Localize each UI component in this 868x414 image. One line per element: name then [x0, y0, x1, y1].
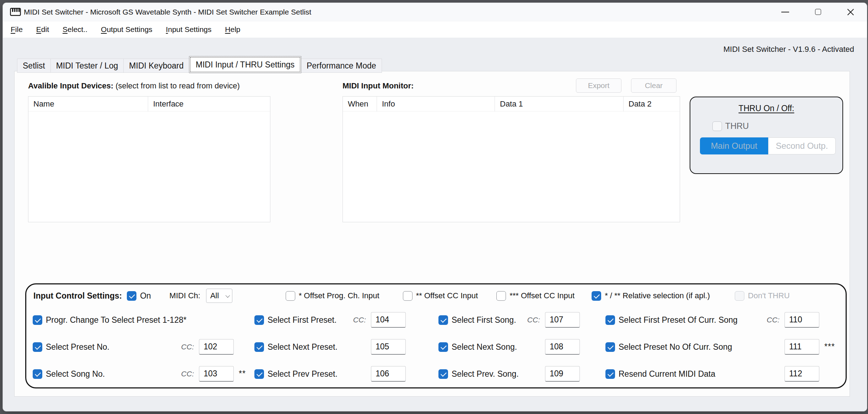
menu-edit-accesskey: E — [36, 25, 41, 33]
select-next-song-checkbox[interactable] — [438, 342, 448, 352]
setting-prog-change-select-preset: Progr. Change To Select Preset 1-128* — [33, 306, 254, 333]
cc-marker — [411, 339, 424, 342]
export-button[interactable]: Export — [576, 78, 621, 93]
resend-current-midi-data-cc-input[interactable] — [785, 366, 819, 382]
select-song-no-checkbox[interactable] — [33, 369, 42, 379]
thru-output-buttons: Main Output Second Outp. — [700, 137, 842, 154]
setting-select-first-song: Select First Song. CC: — [438, 306, 605, 333]
dont-thru-label: Don't THRU — [748, 291, 790, 300]
chevron-down-icon — [225, 293, 230, 298]
select-first-song-checkbox[interactable] — [438, 315, 448, 325]
menu-input-settings[interactable]: Input Settings — [166, 25, 211, 34]
tab-midi-tester-log[interactable]: MIDI Tester / Log — [50, 59, 124, 73]
offset-cc-3-label: *** Offset CC Input — [510, 291, 575, 300]
offset-prog-ch-checkbox[interactable] — [286, 291, 295, 301]
thru-checkbox[interactable] — [712, 121, 722, 131]
menu-help[interactable]: Help — [225, 25, 240, 34]
select-first-preset-curr-song-checkbox[interactable] — [605, 315, 615, 325]
relative-selection-checkbox[interactable] — [592, 291, 601, 301]
desktop-backdrop: { "window": { "title": "MIDI Set Switche… — [0, 0, 868, 414]
select-first-preset-cc-input[interactable] — [371, 312, 406, 328]
select-preset-no-curr-song-checkbox[interactable] — [605, 342, 615, 352]
setting-select-prev-song: Select Prev. Song. — [438, 360, 605, 387]
cc-marker: *** — [824, 339, 837, 352]
second-output-button[interactable]: Second Outp. — [768, 137, 836, 154]
select-prev-preset-cc-input[interactable] — [371, 366, 406, 382]
select-prev-preset-checkbox[interactable] — [254, 369, 264, 379]
clear-button[interactable]: Clear — [631, 78, 676, 93]
select-first-song-cc-input[interactable] — [545, 312, 580, 328]
midi-ch-value: All — [210, 291, 219, 300]
menu-select-label: elect.. — [68, 25, 87, 33]
menu-select[interactable]: Select.. — [63, 25, 87, 34]
offset-cc-2-label: ** Offset CC Input — [416, 291, 478, 300]
select-preset-no-cc-input[interactable] — [199, 339, 234, 355]
setting-label: Select Preset No. — [46, 342, 109, 352]
monitor-column-when[interactable]: When — [343, 97, 377, 111]
select-next-preset-cc-input[interactable] — [371, 339, 406, 355]
select-first-preset-checkbox[interactable] — [254, 315, 264, 325]
resend-current-midi-data-checkbox[interactable] — [605, 369, 615, 379]
tab-page-panel: Avalible Input Devices: (select from lis… — [14, 71, 850, 397]
on-checkbox[interactable] — [127, 291, 136, 301]
select-next-song-cc-input[interactable] — [545, 339, 580, 355]
option-offset-cc-input-2: ** Offset CC Input — [403, 291, 478, 301]
input-control-settings-group: Input Control Settings: On MIDI Ch: All … — [25, 283, 847, 388]
monitor-column-info[interactable]: Info — [377, 97, 495, 111]
close-icon — [847, 8, 854, 16]
tab-midi-input-thru-settings[interactable]: MIDI Input / THRU Settings — [189, 56, 301, 73]
thru-checkbox-label: THRU — [725, 121, 749, 131]
title-bar[interactable]: MIDI Set Switcher - Microsoft GS Wavetab… — [3, 3, 867, 21]
offset-cc-2-checkbox[interactable] — [403, 291, 413, 301]
offset-cc-3-checkbox[interactable] — [496, 291, 506, 301]
tab-midi-keyboard[interactable]: MIDI Keyboard — [123, 59, 189, 73]
maximize-button[interactable] — [802, 3, 834, 21]
cc-label: CC: — [767, 316, 780, 324]
devices-heading: Avalible Input Devices: (select from lis… — [28, 81, 240, 91]
cc-marker — [824, 312, 837, 315]
version-label: MIDI Set Switcher - V1.9.6 - Activated — [723, 45, 854, 54]
setting-select-preset-no-curr-song: Select Preset No Of Curr. Song *** — [605, 333, 839, 360]
monitor-list[interactable]: When Info Data 1 Data 2 — [343, 96, 680, 222]
minimize-button[interactable] — [769, 3, 802, 21]
select-preset-no-checkbox[interactable] — [33, 342, 42, 352]
menu-output-settings[interactable]: Output Settings — [101, 25, 152, 34]
devices-list[interactable]: Name Interface — [28, 96, 270, 222]
select-song-no-cc-input[interactable] — [199, 366, 234, 382]
close-button[interactable] — [834, 3, 867, 21]
midi-ch-select[interactable]: All — [206, 289, 232, 303]
cc-label: CC: — [353, 316, 366, 324]
setting-label: Resend Current MIDI Data — [619, 369, 715, 379]
monitor-column-data2[interactable]: Data 2 — [624, 97, 680, 111]
tab-performance-mode[interactable]: Performance Mode — [301, 59, 382, 73]
setting-select-preset-no: Select Preset No. CC: — [33, 333, 254, 360]
setting-select-next-preset: Select Next Preset. — [254, 333, 438, 360]
tab-setlist[interactable]: Setlist — [17, 59, 51, 73]
setting-label: Select Song No. — [46, 369, 105, 379]
option-relative-selection: * / ** Relative selection (if apl.) — [592, 291, 710, 301]
select-next-preset-checkbox[interactable] — [254, 342, 264, 352]
offset-prog-ch-label: * Offset Prog. Ch. Input — [299, 291, 379, 300]
select-prev-song-cc-input[interactable] — [545, 366, 580, 382]
devices-column-name[interactable]: Name — [28, 97, 148, 111]
select-preset-no-curr-song-cc-input[interactable] — [785, 339, 819, 355]
prog-change-checkbox[interactable] — [33, 315, 42, 325]
menu-edit[interactable]: Edit — [36, 25, 49, 34]
monitor-column-data1[interactable]: Data 1 — [495, 97, 624, 111]
select-prev-song-checkbox[interactable] — [438, 369, 448, 379]
devices-column-interface[interactable]: Interface — [148, 97, 270, 111]
select-first-preset-curr-song-cc-input[interactable] — [785, 312, 819, 328]
main-output-button[interactable]: Main Output — [700, 137, 768, 154]
menu-file-label: ile — [15, 25, 23, 33]
cc-marker — [411, 312, 424, 315]
setting-label: Select First Preset Of Curr. Song — [619, 315, 738, 325]
tab-strip: Setlist MIDI Tester / Log MIDI Keyboard … — [17, 56, 382, 73]
setting-label: Select First Song. — [452, 315, 516, 325]
cc-marker — [585, 312, 598, 315]
dont-thru-checkbox[interactable] — [735, 291, 744, 301]
menu-file[interactable]: File — [11, 25, 23, 34]
setting-label: Select Preset No Of Curr. Song — [619, 342, 732, 352]
thru-title: THRU On / Off: — [690, 104, 842, 113]
menu-output-label: utput Settings — [107, 25, 152, 33]
setting-select-first-preset: Select First Preset. CC: — [254, 306, 438, 333]
